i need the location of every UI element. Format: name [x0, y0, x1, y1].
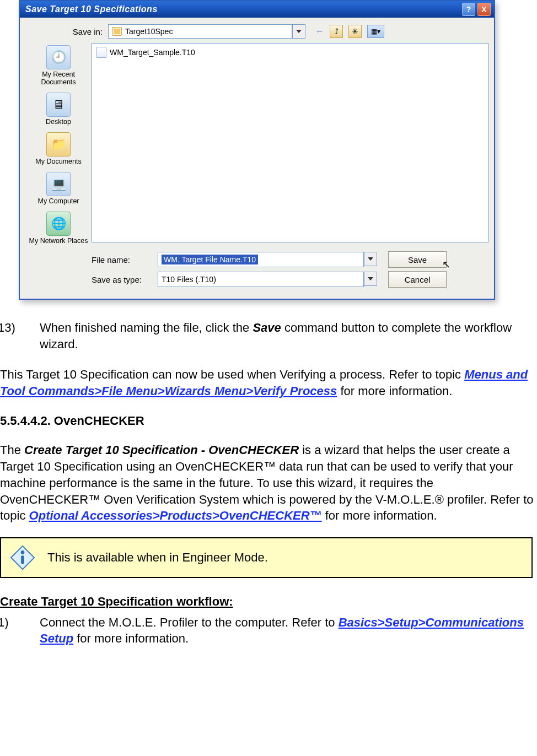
document-icon — [96, 47, 106, 58]
views-menu-button[interactable]: ▦▾ — [367, 25, 384, 38]
info-icon — [9, 544, 36, 571]
filename-label: File name: — [92, 255, 158, 264]
new-folder-icon[interactable]: ✳ — [348, 25, 362, 38]
my-documents-icon: 📁 — [46, 132, 71, 156]
filename-input[interactable]: WM. Target File Name.T10 — [158, 252, 364, 267]
sidebar-item-mycomputer[interactable]: 💻 My Computer — [28, 170, 89, 208]
workflow-heading: Create Target 10 Specification workflow: — [0, 593, 537, 610]
savetype-label: Save as type: — [92, 275, 158, 284]
sidebar-item-recent[interactable]: 🕘 My Recent Documents — [28, 43, 89, 89]
step-13: 13)When finished naming the file, click … — [0, 320, 537, 352]
chevron-down-icon — [296, 30, 302, 33]
save-button[interactable]: Save ↖ — [388, 251, 447, 268]
step-13-number: 13) — [19, 320, 40, 336]
save-in-value: Target10Spec — [125, 27, 173, 36]
engineer-mode-note: This is available when in Engineer Mode. — [0, 537, 533, 578]
savetype-value: T10 Files (.T10) — [162, 275, 216, 284]
desktop-icon: 🖥 — [46, 93, 71, 117]
chevron-down-icon — [368, 277, 373, 280]
save-in-combo[interactable]: Target10Spec — [108, 24, 292, 39]
ovenchecker-paragraph: The Create Target 10 Specification - Ove… — [0, 442, 537, 523]
savetype-dropdown-button[interactable] — [364, 272, 377, 286]
svg-rect-2 — [21, 555, 24, 564]
ovenchecker-link[interactable]: Optional Accessories>Products>OvenCHECKE… — [29, 509, 322, 522]
file-list-item[interactable]: WM_Target_Sample.T10 — [96, 47, 484, 58]
places-sidebar: 🕘 My Recent Documents 🖥 Desktop 📁 My Doc… — [25, 43, 92, 291]
sidebar-item-network-places[interactable]: 🌐 My Network Places — [28, 209, 89, 248]
filename-dropdown-button[interactable] — [364, 252, 377, 266]
dialog-body: Save in: Target10Spec ← ⤴ ✳ ▦▾ — [20, 18, 494, 299]
save-in-row: Save in: Target10Spec ← ⤴ ✳ ▦▾ — [25, 24, 488, 39]
chevron-down-icon — [368, 257, 373, 261]
topic-reference-paragraph: This Target 10 Specification can now be … — [0, 366, 537, 399]
create-target10-keyword: Create Target 10 Specification - OvenCHE… — [24, 443, 299, 457]
file-list-pane[interactable]: WM_Target_Sample.T10 — [92, 43, 488, 242]
dialog-title: Save Target 10 Specifications — [25, 4, 460, 14]
save-dialog-screenshot: Save Target 10 Specifications ? X Save i… — [19, 0, 493, 300]
section-heading-ovenchecker: 5.5.4.4.2. OvenCHECKER — [0, 413, 537, 429]
svg-point-1 — [21, 550, 25, 554]
document-body: 13)When finished naming the file, click … — [0, 300, 537, 647]
back-icon[interactable]: ← — [315, 26, 324, 36]
dialog-titlebar: Save Target 10 Specifications ? X — [20, 1, 494, 18]
my-computer-icon: 💻 — [46, 172, 71, 196]
sidebar-item-desktop[interactable]: 🖥 Desktop — [28, 90, 89, 129]
up-one-level-icon[interactable]: ⤴ — [330, 25, 343, 38]
cancel-button[interactable]: Cancel — [388, 271, 447, 288]
file-list-item-label: WM_Target_Sample.T10 — [110, 48, 195, 57]
step-1-number: 1) — [19, 614, 40, 631]
save-keyword: Save — [253, 321, 281, 334]
folder-icon — [112, 27, 122, 36]
titlebar-help-button[interactable]: ? — [462, 3, 475, 16]
titlebar-close-button[interactable]: X — [477, 3, 491, 16]
note-text: This is available when in Engineer Mode. — [36, 549, 268, 566]
network-places-icon: 🌐 — [46, 212, 71, 236]
recent-documents-icon: 🕘 — [46, 45, 71, 69]
save-dialog: Save Target 10 Specifications ? X Save i… — [19, 0, 495, 300]
mouse-cursor-icon: ↖ — [442, 258, 450, 271]
step-1: 1)Connect the M.O.L.E. Profiler to the c… — [0, 614, 537, 647]
dialog-toolbar: ← ⤴ ✳ ▦▾ — [315, 25, 384, 38]
save-in-label: Save in: — [25, 27, 108, 36]
filename-value: WM. Target File Name.T10 — [162, 255, 258, 264]
save-in-dropdown-button[interactable] — [292, 24, 305, 39]
sidebar-item-mydocs[interactable]: 📁 My Documents — [28, 130, 89, 169]
savetype-select[interactable]: T10 Files (.T10) — [158, 272, 364, 287]
